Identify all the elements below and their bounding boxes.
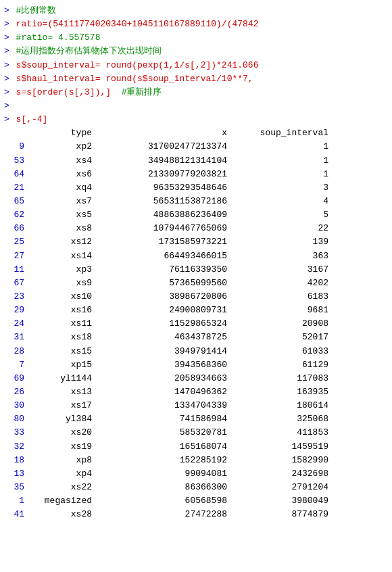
cell-x: 11529865324: [92, 317, 227, 331]
table-row: 65xs7565311538721864: [4, 195, 388, 208]
cell-x: 24900809731: [92, 304, 227, 317]
cell-soup-interval: 1: [227, 140, 328, 153]
table-row: 9xp23170024772133741: [4, 140, 388, 153]
cell-type: xs11: [24, 317, 92, 331]
cell-index: 62: [4, 208, 24, 222]
table-row: 64xs62133097792038211: [4, 168, 388, 181]
cell-x: 1731585973221: [92, 235, 227, 249]
cell-index: 18: [4, 454, 24, 467]
cell-soup-interval: 22: [227, 222, 328, 235]
cell-soup-interval: 3167: [227, 263, 328, 277]
cell-soup-interval: 3980049: [227, 494, 328, 508]
cell-x: 56531153872186: [92, 195, 227, 208]
line-ratio: > ratio=(54111774020340+1045110167889110…: [0, 18, 392, 31]
cell-index: 7: [4, 358, 24, 372]
cell-type: xq4: [24, 181, 92, 195]
code-text: s$soup_interval= round(pexp(1,1/s[,2])*2…: [11, 59, 259, 72]
cell-type: xs6: [24, 168, 92, 181]
cell-soup-interval: 325068: [227, 412, 328, 426]
cell-type: megasized: [24, 494, 92, 508]
cell-index: 33: [4, 426, 24, 439]
table-row: 66xs81079446776506922: [4, 222, 388, 235]
cell-index: 26: [4, 385, 24, 399]
cell-type: xs13: [24, 385, 92, 399]
prompt: >: [4, 72, 9, 86]
cell-soup-interval: 61033: [227, 345, 328, 358]
prompt: >: [4, 18, 9, 31]
cell-index: 11: [4, 263, 24, 277]
code-text: s[,-4]: [11, 113, 48, 126]
table-row: 67xs9573650995604202: [4, 277, 388, 290]
cell-index: 41: [4, 508, 24, 521]
cell-index: 53: [4, 154, 24, 168]
cell-soup-interval: 1: [227, 154, 328, 168]
cell-type: xs16: [24, 304, 92, 317]
table-row: 24xs111152986532420908: [4, 317, 388, 331]
cell-soup-interval: 2432698: [227, 467, 328, 481]
cell-x: 1470496362: [92, 385, 227, 399]
data-table: type x soup_interval 9xp2317002477213374…: [0, 126, 392, 521]
table-row: 21xq4963532935486463: [4, 181, 388, 195]
cell-x: 664493466015: [92, 249, 227, 263]
table-header-row: type x soup_interval: [4, 126, 388, 140]
cell-x: 152285192: [92, 454, 227, 467]
table-row: 35xs22863663002791204: [4, 481, 388, 494]
cell-index: 67: [4, 277, 24, 290]
cell-x: 317002477213374: [92, 140, 227, 153]
cell-type: yl1144: [24, 372, 92, 385]
cell-type: xs12: [24, 235, 92, 249]
cell-soup-interval: 9681: [227, 304, 328, 317]
prompt: >: [4, 45, 9, 58]
cell-type: xs15: [24, 345, 92, 358]
cell-type: xp2: [24, 140, 92, 153]
cell-x: 741586984: [92, 412, 227, 426]
line-haul: > s$haul_interval= round(s$soup_interval…: [0, 72, 392, 86]
cell-index: 25: [4, 235, 24, 249]
cell-soup-interval: 1582990: [227, 454, 328, 467]
console-output: > #比例常数 > ratio=(54111774020340+10451101…: [0, 0, 392, 525]
cell-index: 1: [4, 494, 24, 508]
cell-x: 213309779203821: [92, 168, 227, 181]
cell-index: 27: [4, 249, 24, 263]
cell-x: 48863886236409: [92, 208, 227, 222]
table-row: 11xp3761163393503167: [4, 263, 388, 277]
cell-x: 76116339350: [92, 263, 227, 277]
cell-x: 3943568360: [92, 358, 227, 372]
cell-soup-interval: 163935: [227, 385, 328, 399]
cell-type: xs10: [24, 290, 92, 304]
cell-x: 3949791414: [92, 345, 227, 358]
cell-type: xs19: [24, 440, 92, 454]
cell-index: 21: [4, 181, 24, 195]
cell-index: 80: [4, 412, 24, 426]
cell-type: xs20: [24, 426, 92, 439]
cell-type: xp3: [24, 263, 92, 277]
cell-soup-interval: 61129: [227, 358, 328, 372]
prompt: >: [4, 31, 9, 45]
cell-soup-interval: 117083: [227, 372, 328, 385]
cell-index: 23: [4, 290, 24, 304]
comment-text: #运用指数分布估算物体下次出现时间: [11, 45, 162, 58]
cell-index: 64: [4, 168, 24, 181]
table-row: 23xs10389867208066183: [4, 290, 388, 304]
cell-x: 27472288: [92, 508, 227, 521]
cell-soup-interval: 2791204: [227, 481, 328, 494]
header-type: type: [24, 126, 92, 140]
table-row: 1megasized605685983980049: [4, 494, 388, 508]
cell-type: xp4: [24, 467, 92, 481]
cell-x: 57365099560: [92, 277, 227, 290]
cell-type: xs22: [24, 481, 92, 494]
cell-type: xs17: [24, 399, 92, 412]
cell-soup-interval: 1459519: [227, 440, 328, 454]
line-comment: > #比例常数: [0, 4, 392, 18]
cell-index: 31: [4, 331, 24, 344]
table-row: 28xs15394979141461033: [4, 345, 388, 358]
cell-soup-interval: 139: [227, 235, 328, 249]
cell-soup-interval: 6183: [227, 290, 328, 304]
table-row: 41xs28274722888774879: [4, 508, 388, 521]
cell-x: 2058934663: [92, 372, 227, 385]
cell-type: yl384: [24, 412, 92, 426]
cell-soup-interval: 4202: [227, 277, 328, 290]
line-ratio-result: > #ratio= 4.557578: [0, 31, 392, 45]
table-row: 13xp4990940812432698: [4, 467, 388, 481]
table-row: 33xs20585320781411853: [4, 426, 388, 439]
